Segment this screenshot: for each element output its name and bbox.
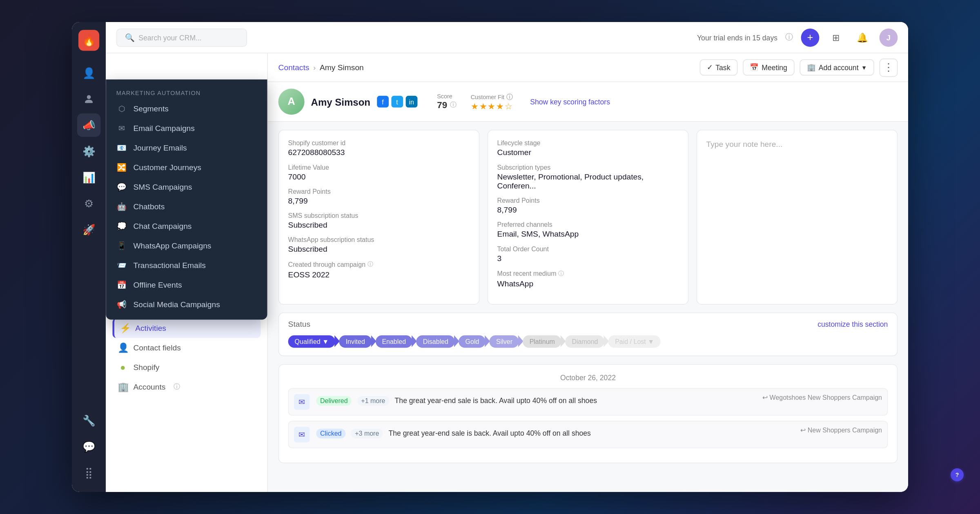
dropdown-chevron-icon: ▼ (861, 64, 867, 71)
accounts-icon: 🏢 (118, 382, 128, 392)
clicked-badge: Clicked (316, 429, 345, 439)
chatbots-icon: 🤖 (116, 202, 127, 212)
status-diamond[interactable]: Diamond (565, 335, 604, 348)
shopify-id-label: Shopify customer id (288, 140, 470, 147)
recent-medium-info-icon: ⓘ (558, 269, 564, 278)
sidebar-item-activities[interactable]: ⚡ Activities (112, 318, 261, 338)
dropdown-item-journey-emails[interactable]: 📧 Journey Emails (106, 138, 267, 158)
sms-status-label: SMS subscription status (288, 212, 470, 219)
shopify-id-value: 6272088080533 (288, 148, 470, 157)
notes-placeholder: Type your note here... (706, 140, 783, 148)
breadcrumb-contact-name: Amy Simson (320, 63, 364, 72)
nav-icon-contacts[interactable]: 👤 (77, 61, 101, 85)
more-options-button[interactable]: ⋮ (880, 58, 898, 77)
nav-icon-help[interactable]: 💬 (77, 434, 101, 458)
grid-icon-btn[interactable]: ⊞ (827, 28, 846, 47)
breadcrumb: Contacts › Amy Simson (278, 63, 364, 72)
help-button[interactable]: ? (951, 468, 964, 481)
dropdown-item-sms-campaigns[interactable]: 💬 SMS Campaigns (106, 177, 267, 197)
linkedin-icon[interactable]: in (405, 96, 417, 108)
nav-icon-tools[interactable]: 🔧 (77, 408, 101, 432)
dropdown-item-chat-campaigns[interactable]: 💭 Chat Campaigns (106, 217, 267, 236)
nav-icon-megaphone[interactable]: 📣 (77, 113, 101, 137)
dropdown-item-whatsapp-campaigns[interactable]: 📱 WhatsApp Campaigns (106, 236, 267, 256)
facebook-icon[interactable]: f (377, 96, 389, 108)
status-paid[interactable]: Paid / Lost ▼ (608, 335, 661, 348)
contact-avatar: A (278, 89, 305, 115)
offline-events-label: Offline Events (133, 281, 182, 290)
customer-journeys-icon: 🔀 (116, 162, 127, 173)
nav-icon-chart[interactable]: 📊 (77, 166, 101, 189)
bell-icon-btn[interactable]: 🔔 (853, 28, 872, 47)
task-button[interactable]: ✓ Task (700, 59, 737, 75)
info-icon: ⓘ (785, 32, 793, 43)
nav-icon-settings[interactable]: ⚙ (77, 192, 101, 215)
sidebar-item-shopify[interactable]: ● Shopify (112, 357, 261, 377)
campaign-name: ↩ Wegotshoes New Shoppers Campaign (762, 394, 882, 401)
delivered-badge: Delivered (316, 396, 352, 406)
add-button[interactable]: + (801, 28, 820, 47)
app-logo[interactable]: 🔥 (78, 30, 99, 51)
customize-link[interactable]: customize this section (817, 320, 888, 328)
dropdown-item-transactional-emails[interactable]: 📨 Transactional Emails (106, 256, 267, 275)
sms-status-value: Subscribed (288, 220, 470, 229)
sidebar-item-contact-fields[interactable]: 👤 Contact fields (112, 338, 261, 357)
nav-icon-apps[interactable]: ⣿ (77, 461, 101, 484)
status-silver[interactable]: Silver (490, 335, 519, 348)
accounts-info-icon: ⓘ (174, 382, 180, 391)
campaign-name-2: ↩ New Shoppers Campaign (800, 427, 882, 434)
social-media-campaigns-label: Social Media Campaigns (133, 300, 220, 309)
sms-campaigns-label: SMS Campaigns (133, 183, 192, 192)
meeting-button[interactable]: 📅 Meeting (743, 59, 795, 75)
activities-label: Activities (135, 323, 166, 332)
offline-events-icon: 📅 (116, 280, 127, 290)
activities-icon: ⚡ (120, 323, 130, 334)
status-gold[interactable]: Gold (459, 335, 486, 348)
status-enabled[interactable]: Enabled (375, 335, 412, 348)
add-account-button[interactable]: 🏢 Add account ▼ (800, 59, 874, 75)
dropdown-item-segments[interactable]: ⬡ Segments (106, 99, 267, 119)
add-account-icon: 🏢 (807, 63, 816, 72)
total-orders-value: 3 (497, 254, 679, 263)
activity-text-2: The great year-end sale is back. Avail u… (388, 429, 590, 437)
customer-journeys-label: Customer Journeys (133, 163, 201, 172)
social-media-campaigns-icon: 📢 (116, 299, 127, 310)
icon-sidebar: 🔥 👤 📣 ⚙️ 📊 ⚙ 🚀 🔧 💬 ⣿ (72, 22, 106, 492)
dropdown-item-chatbots[interactable]: 🤖 Chatbots (106, 197, 267, 217)
campaign-label: Created through campaign ⓘ (288, 260, 470, 269)
lifetime-value-label: Lifetime Value (288, 164, 470, 171)
status-disabled[interactable]: Disabled (416, 335, 455, 348)
dropdown-item-email-campaigns[interactable]: ✉ Email Campaigns (106, 119, 267, 138)
nav-icon-grid[interactable]: ⚙️ (77, 140, 101, 163)
status-qualified[interactable]: Qualified ▼ (288, 335, 335, 348)
dropdown-item-offline-events[interactable]: 📅 Offline Events (106, 275, 267, 295)
nav-icon-rocket[interactable]: 🚀 (77, 218, 101, 241)
twitter-icon[interactable]: t (391, 96, 403, 108)
search-box[interactable]: 🔍 Search your CRM... (116, 28, 247, 47)
status-platinum[interactable]: Platinum (523, 335, 561, 348)
breadcrumb-contacts[interactable]: Contacts (278, 63, 310, 72)
user-avatar[interactable]: J (880, 28, 898, 47)
search-icon: 🔍 (125, 33, 135, 42)
campaign-value: EOSS 2022 (288, 270, 470, 279)
dropdown-item-social-media-campaigns[interactable]: 📢 Social Media Campaigns (106, 295, 267, 315)
journey-emails-icon: 📧 (116, 143, 127, 153)
status-bar: Qualified ▼ Invited Enabled Disabled Gol… (279, 335, 897, 356)
subscription-label: Subscription types (497, 164, 679, 171)
chat-campaigns-icon: 💭 (116, 221, 127, 232)
reward-value2: 8,799 (497, 206, 679, 215)
search-placeholder: Search your CRM... (138, 33, 202, 41)
nav-icon-contacts2[interactable] (77, 87, 101, 111)
whatsapp-status-value: Subscribed (288, 245, 470, 254)
segments-label: Segments (133, 104, 168, 113)
lifecycle-label: Lifecycle stage (497, 140, 679, 147)
notes-card[interactable]: Type your note here... (697, 130, 898, 305)
sidebar-item-accounts[interactable]: 🏢 Accounts ⓘ (112, 377, 261, 397)
status-invited[interactable]: Invited (339, 335, 372, 348)
reward-points-value: 8,799 (288, 196, 470, 205)
contact-profile: A Amy Simson f t in (268, 82, 908, 122)
dropdown-item-customer-journeys[interactable]: 🔀 Customer Journeys (106, 158, 267, 177)
subscription-value: Newsletter, Promotional, Product updates… (497, 172, 679, 191)
transactional-emails-label: Transactional Emails (133, 261, 205, 270)
scoring-link[interactable]: Show key scoring factors (530, 98, 610, 106)
